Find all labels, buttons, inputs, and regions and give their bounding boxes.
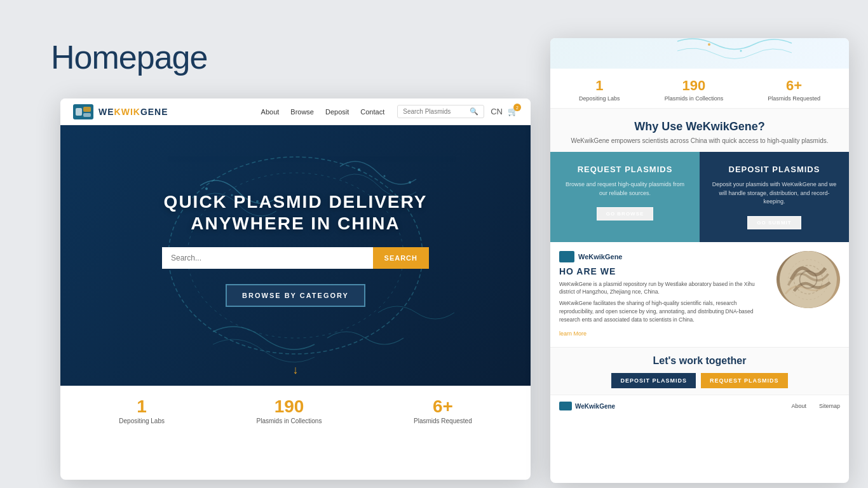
stat-depositing-labs: 1 Depositing Labs <box>119 398 165 424</box>
rp-request-plasmids-button[interactable]: REQUEST PLASMIDS <box>701 373 788 388</box>
rp-card-deposit-title: DEPOSIT PLASMIDS <box>711 165 837 174</box>
rp-card-request: REQUEST PLASMIDS Browse and request high… <box>550 152 700 242</box>
stat-number-labs: 1 <box>119 398 165 416</box>
rp-deposit-plasmids-button[interactable]: DEPOSIT PLASMIDS <box>611 373 696 388</box>
rp-who-left: WeKwikGene HO ARE WE WeKwikGene is a pla… <box>559 251 769 339</box>
svg-point-14 <box>740 50 742 52</box>
rp-who-text1: WeKwikGene is a plasmid repository run b… <box>559 280 769 297</box>
cart-icon[interactable]: 🛒 2 <box>508 107 518 116</box>
rp-why-section: Why Use WeKwikGene? WeKwikGene empowers … <box>550 109 849 152</box>
stat-label-collections: Plasmids in Collections <box>257 417 322 424</box>
svg-rect-1 <box>83 107 91 112</box>
hero-search-input[interactable] <box>162 247 373 269</box>
scroll-arrow: ↓ <box>293 363 299 377</box>
hero-section: QUICK PLASMID DELIVERY ANYWHERE IN CHINA… <box>60 125 531 386</box>
rp-why-subtitle: WeKwikGene empowers scientists across Ch… <box>563 137 836 146</box>
rp-who-text2: WeKwikGene facilitates the sharing of hi… <box>559 299 769 323</box>
rp-who-title: HO ARE WE <box>559 266 769 276</box>
rp-top-dna <box>550 38 849 69</box>
footer-about-link[interactable]: About <box>791 403 806 409</box>
logo-text: WEKWIKGENE <box>98 107 168 117</box>
hero-content: QUICK PLASMID DELIVERY ANYWHERE IN CHINA… <box>137 191 454 306</box>
hero-browse-button[interactable]: BROWSE BY CATEGORY <box>226 284 365 307</box>
svg-point-13 <box>708 43 710 46</box>
search-icon: 🔍 <box>470 107 478 116</box>
stat-number-requested: 6+ <box>414 398 472 416</box>
browser-window-right: 1 Depositing Labs 190 Plasmids in Collec… <box>550 38 849 483</box>
language-icon[interactable]: CN <box>491 107 503 116</box>
svg-rect-0 <box>76 108 82 116</box>
nav-about[interactable]: About <box>261 108 280 116</box>
rp-stat-number-labs: 1 <box>579 78 620 94</box>
svg-point-8 <box>358 168 360 171</box>
rp-go-browse-button[interactable]: GO BROWSE <box>597 207 654 220</box>
rp-card-request-title: REQUEST PLASMIDS <box>562 165 688 174</box>
rp-stat-label-requested: Plasmids Requested <box>768 95 820 102</box>
rp-work-title: Let's work together <box>559 355 840 367</box>
nav-links: About Browse Deposit Contact <box>261 108 385 116</box>
rp-card-deposit: DEPOSIT PLASMIDS Deposit your plasmids w… <box>700 152 849 242</box>
logo-icon <box>73 104 93 119</box>
svg-rect-2 <box>83 113 91 117</box>
rp-footer: WeKwikGene About Sitemap <box>550 395 849 417</box>
cart-badge: 2 <box>513 104 521 111</box>
nav-logo: WEKWIKGENE <box>73 104 168 119</box>
navbar: WEKWIKGENE About Browse Deposit Contact … <box>60 98 531 125</box>
svg-point-5 <box>205 187 208 190</box>
rp-why-title: Why Use WeKwikGene? <box>563 120 836 133</box>
hero-search-button[interactable]: SEARCH <box>373 247 429 269</box>
rp-footer-links: About Sitemap <box>791 403 840 409</box>
rp-footer-logo-text: WeKwikGene <box>575 403 615 410</box>
page-title: Homepage <box>51 38 207 76</box>
nav-search[interactable]: 🔍 <box>397 105 484 118</box>
nav-browse[interactable]: Browse <box>290 108 314 116</box>
nav-search-input[interactable] <box>403 108 466 115</box>
rp-who-logo: WeKwikGene <box>559 251 769 262</box>
svg-point-10 <box>409 181 411 184</box>
rp-card-deposit-text: Deposit your plasmids with WeKwikGene an… <box>711 180 837 207</box>
rp-stat-labs: 1 Depositing Labs <box>579 78 620 102</box>
rp-footer-logo-icon <box>559 402 572 410</box>
rp-learn-more-link[interactable]: learn More <box>559 330 587 337</box>
stat-plasmids-requested: 6+ Plasmids Requested <box>414 398 472 424</box>
rp-who-logo-icon <box>559 251 574 262</box>
rp-who-section: WeKwikGene HO ARE WE WeKwikGene is a pla… <box>550 242 849 348</box>
svg-point-9 <box>384 175 386 177</box>
rp-stat-collections: 190 Plasmids in Collections <box>665 78 724 102</box>
footer-sitemap-link[interactable]: Sitemap <box>819 403 840 409</box>
rp-stat-label-labs: Depositing Labs <box>579 95 620 102</box>
nav-icons: CN 🛒 2 <box>491 107 518 116</box>
rp-go-submit-button[interactable]: GO SUBMIT <box>747 216 801 229</box>
rp-stats-bar: 1 Depositing Labs 190 Plasmids in Collec… <box>550 69 849 109</box>
rp-stat-number-collections: 190 <box>665 78 724 94</box>
hero-title: QUICK PLASMID DELIVERY ANYWHERE IN CHINA <box>162 191 429 234</box>
rp-work-section: Let's work together DEPOSIT PLASMIDS REQ… <box>550 347 849 395</box>
rp-who-image <box>776 251 840 308</box>
rp-card-request-text: Browse and request high-quality plasmids… <box>562 180 688 198</box>
nav-deposit[interactable]: Deposit <box>325 108 349 116</box>
rp-footer-logo: WeKwikGene <box>559 402 615 410</box>
rp-stat-label-collections: Plasmids in Collections <box>665 95 724 102</box>
stat-number-collections: 190 <box>257 398 322 416</box>
stats-bar: 1 Depositing Labs 190 Plasmids in Collec… <box>60 386 531 436</box>
rp-cards: REQUEST PLASMIDS Browse and request high… <box>550 152 849 242</box>
stat-label-requested: Plasmids Requested <box>414 417 472 424</box>
stat-label-labs: Depositing Labs <box>119 417 165 424</box>
browser-window-left: WEKWIKGENE About Browse Deposit Contact … <box>60 98 531 480</box>
stat-plasmids-collections: 190 Plasmids in Collections <box>257 398 322 424</box>
nav-contact[interactable]: Contact <box>360 108 384 116</box>
hero-search-bar[interactable]: SEARCH <box>162 247 429 269</box>
rp-work-buttons: DEPOSIT PLASMIDS REQUEST PLASMIDS <box>559 373 840 388</box>
rp-stat-number-requested: 6+ <box>768 78 820 94</box>
rp-who-logo-text: WeKwikGene <box>578 253 623 261</box>
rp-stat-requested: 6+ Plasmids Requested <box>768 78 820 102</box>
